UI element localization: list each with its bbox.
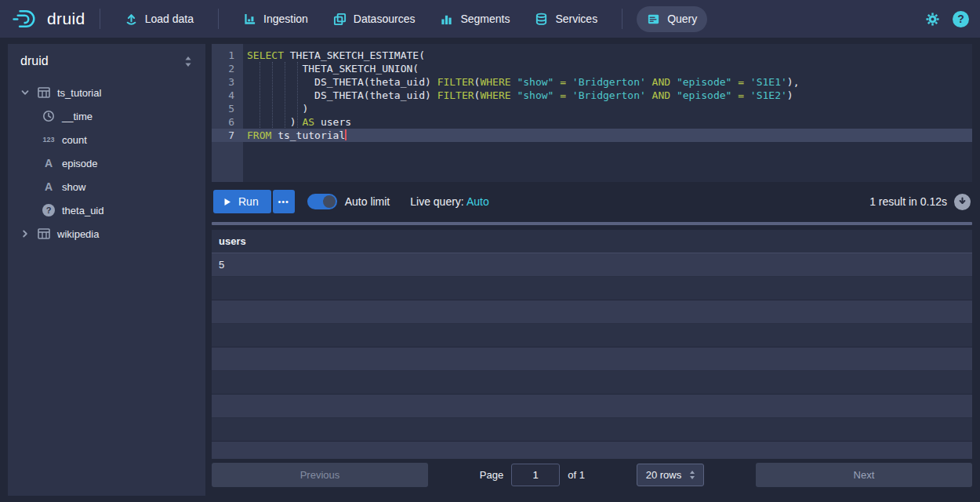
segments-icon [440, 13, 453, 26]
code-text: FROM ts_tutorial [243, 129, 347, 142]
tree-item-theta_uid[interactable]: ?theta_uid [8, 198, 205, 222]
chevron-right-icon[interactable] [19, 229, 31, 238]
table-row-empty [212, 418, 972, 442]
sort-icon[interactable] [183, 56, 193, 67]
line-number: 1 [212, 49, 243, 62]
nav-item-label: Segments [460, 13, 510, 25]
chevron-down-icon[interactable] [19, 88, 31, 97]
nav-item-ingestion[interactable]: Ingestion [233, 6, 318, 32]
run-button-label: Run [238, 195, 259, 208]
table-row-empty [212, 277, 972, 300]
code-line-5: 5 ) [212, 102, 972, 115]
line-number: 6 [212, 115, 243, 129]
brand-name: druid [47, 9, 85, 28]
datasources-icon [333, 13, 347, 26]
code-lines: 1SELECT THETA_SKETCH_ESTIMATE(2 THETA_SK… [212, 44, 972, 142]
settings-gear-icon[interactable] [925, 12, 940, 27]
table-row-empty [212, 371, 972, 395]
top-navbar: druid Load data Ingestion Datasources [0, 0, 980, 38]
help-icon[interactable]: ? [953, 11, 969, 27]
tree-item-__time[interactable]: __time [8, 104, 205, 128]
line-number: 3 [212, 75, 243, 89]
page-label: Page [480, 469, 503, 481]
tree-item-wikipedia[interactable]: wikipedia [8, 222, 205, 246]
ellipsis-icon: ••• [278, 197, 289, 206]
live-query: Live query: Auto [410, 195, 488, 208]
table-row-empty [212, 347, 972, 371]
datasource-tree: ts_tutorial__time123countAepisodeAshow?t… [8, 78, 205, 246]
previous-page-button[interactable]: Previous [212, 463, 428, 487]
tree-item-label: show [62, 181, 85, 193]
tree-item-label: wikipedia [57, 228, 99, 240]
sql-editor[interactable]: 1SELECT THETA_SKETCH_ESTIMATE(2 THETA_SK… [212, 44, 972, 182]
tree-item-label: theta_uid [62, 205, 104, 216]
tree-item-label: __time [62, 111, 93, 122]
run-button[interactable]: Run [213, 190, 271, 213]
string-icon: A [41, 157, 56, 169]
panel-resizer-handle[interactable] [212, 222, 972, 225]
column-header-users[interactable]: users [212, 235, 246, 247]
line-number: 2 [212, 62, 243, 75]
tree-item-label: count [62, 134, 87, 146]
nav-item-label: Query [667, 13, 697, 25]
tree-item-ts_tutorial[interactable]: ts_tutorial [8, 81, 205, 104]
next-page-button[interactable]: Next [756, 463, 972, 487]
sidebar-header: druid [8, 44, 205, 78]
ingestion-icon [243, 13, 256, 26]
result-status-text: 1 result in 0.12s [869, 195, 947, 208]
nav-item-label: Services [555, 13, 597, 25]
tree-item-episode[interactable]: Aepisode [8, 151, 205, 175]
line-number: 4 [212, 89, 243, 102]
nav-item-query[interactable]: Query [637, 6, 707, 32]
table-row: 5 [212, 253, 972, 277]
nav-divider [100, 9, 100, 29]
table-row-empty [212, 395, 972, 418]
code-line-2: 2 THETA_SKETCH_UNION( [212, 62, 972, 75]
nav-divider [218, 9, 219, 29]
services-icon [535, 13, 548, 26]
nav-item-label: Load data [145, 13, 194, 25]
download-icon[interactable] [954, 194, 971, 210]
time-icon [41, 110, 56, 122]
tree-item-count[interactable]: 123count [8, 128, 205, 151]
rows-select-caret-icon [688, 470, 696, 480]
rows-per-page-value: 20 rows [646, 469, 682, 481]
druid-brand[interactable]: druid [11, 8, 85, 30]
tree-item-label: episode [62, 158, 98, 169]
nav-item-load-data[interactable]: Load data [114, 6, 204, 32]
auto-limit-toggle[interactable] [307, 194, 337, 209]
page-controls: Page of 1 [480, 464, 585, 486]
run-more-button[interactable]: ••• [273, 190, 295, 213]
table-cell[interactable]: 5 [212, 259, 224, 271]
unknown-icon: ? [41, 204, 56, 216]
druid-logo-icon [11, 8, 41, 30]
content-area: druid ts_tutorial__time123countAepisodeA… [0, 38, 980, 502]
toggle-knob [323, 195, 336, 208]
table-row-empty [212, 300, 972, 324]
nav-item-services[interactable]: Services [524, 6, 608, 32]
code-text: ) AS users [243, 115, 351, 129]
code-line-3: 3 DS_THETA(theta_uid) FILTER(WHERE "show… [212, 75, 972, 89]
page-number-input[interactable] [511, 464, 560, 486]
nav-item-label: Ingestion [263, 13, 308, 25]
table-icon [36, 228, 52, 239]
page-of-label: of 1 [568, 469, 585, 481]
schema-title: druid [20, 54, 49, 68]
code-line-1: 1SELECT THETA_SKETCH_ESTIMATE( [212, 49, 972, 62]
run-status: 1 result in 0.12s [869, 194, 971, 210]
nav-item-segments[interactable]: Segments [430, 6, 520, 32]
tree-item-show[interactable]: Ashow [8, 175, 205, 198]
code-line-6: 6 ) AS users [212, 115, 972, 129]
nav-item-datasources[interactable]: Datasources [323, 6, 426, 32]
nav-divider [622, 9, 622, 29]
nav-item-label: Datasources [354, 13, 416, 25]
live-query-value-link[interactable]: Auto [466, 195, 489, 208]
rows-per-page-select[interactable]: 20 rows [637, 464, 705, 486]
text-cursor [345, 129, 347, 140]
tree-item-label: ts_tutorial [57, 87, 101, 99]
code-line-4: 4 DS_THETA(theta_uid) FILTER(WHERE "show… [212, 89, 972, 102]
results-table: users5 [212, 230, 972, 459]
pagination-bar: Previous Page of 1 20 rows Next [212, 462, 972, 487]
table-icon [36, 87, 52, 98]
line-number: 7 [212, 129, 243, 142]
